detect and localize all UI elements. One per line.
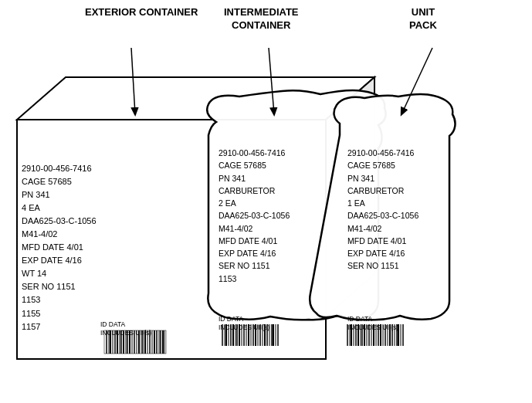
intermediate-line11: 1153: [219, 273, 290, 285]
intermediate-line3: PN 341: [219, 172, 290, 185]
exterior-line4: 4 EA: [22, 202, 97, 215]
intermediate-container-label: INTERMEDIATECONTAINER: [224, 6, 299, 32]
exterior-line6: M41-4/02: [22, 228, 97, 241]
exterior-line9: WT 14: [22, 267, 97, 280]
intermediate-line2: CAGE 57685: [219, 159, 290, 171]
unit-line1: 2910-00-456-7416: [347, 147, 418, 159]
intermediate-line9: EXP DATE 4/16: [219, 247, 290, 259]
id-data-exterior: ID DATAINCLUDES UII(s): [100, 320, 151, 337]
page: EXTERIOR CONTAINER INTERMEDIATECONTAINER…: [0, 0, 532, 403]
intermediate-line1: 2910-00-456-7416: [219, 147, 290, 159]
unit-line4: CARBURETOR: [347, 185, 418, 197]
exterior-line13: 1157: [22, 320, 97, 334]
exterior-container-label: EXTERIOR CONTAINER: [85, 6, 198, 19]
id-data-intermediate: ID DATAINCLUDES UII(s): [219, 315, 269, 332]
intermediate-line4: CARBURETOR: [219, 185, 290, 197]
unit-pack-label: UNITPACK: [409, 6, 437, 32]
unit-line5: 1 EA: [347, 197, 418, 209]
exterior-line10: SER NO 1151: [22, 280, 97, 293]
exterior-line11: 1153: [22, 293, 97, 306]
unit-line9: EXP DATE 4/16: [347, 247, 418, 259]
intermediate-line6: DAA625-03-C-1056: [219, 209, 290, 222]
intermediate-line5: 2 EA: [219, 197, 290, 209]
intermediate-line10: SER NO 1151: [219, 259, 290, 272]
exterior-text-panel: 2910-00-456-7416 CAGE 57685 PN 341 4 EA …: [22, 162, 97, 334]
exterior-line8: EXP DATE 4/16: [22, 254, 97, 267]
exterior-line1: 2910-00-456-7416: [22, 162, 97, 175]
exterior-line12: 1155: [22, 307, 97, 320]
unit-line7: M41-4/02: [347, 222, 418, 235]
unit-line6: DAA625-03-C-1056: [347, 209, 418, 222]
unit-line2: CAGE 57685: [347, 159, 418, 171]
unit-line10: SER NO 1151: [347, 259, 418, 272]
id-data-unit: ID DATAINCLUDES UII(s): [347, 315, 398, 332]
exterior-line7: MFD DATE 4/01: [22, 241, 97, 254]
exterior-line3: PN 341: [22, 188, 97, 202]
intermediate-line8: MFD DATE 4/01: [219, 235, 290, 247]
intermediate-line7: M41-4/02: [219, 222, 290, 235]
intermediate-text-panel: 2910-00-456-7416 CAGE 57685 PN 341 CARBU…: [219, 147, 290, 285]
unit-text-panel: 2910-00-456-7416 CAGE 57685 PN 341 CARBU…: [347, 147, 418, 273]
unit-line3: PN 341: [347, 172, 418, 185]
exterior-line5: DAA625-03-C-1056: [22, 215, 97, 228]
exterior-line2: CAGE 57685: [22, 175, 97, 188]
unit-line8: MFD DATE 4/01: [347, 235, 418, 247]
